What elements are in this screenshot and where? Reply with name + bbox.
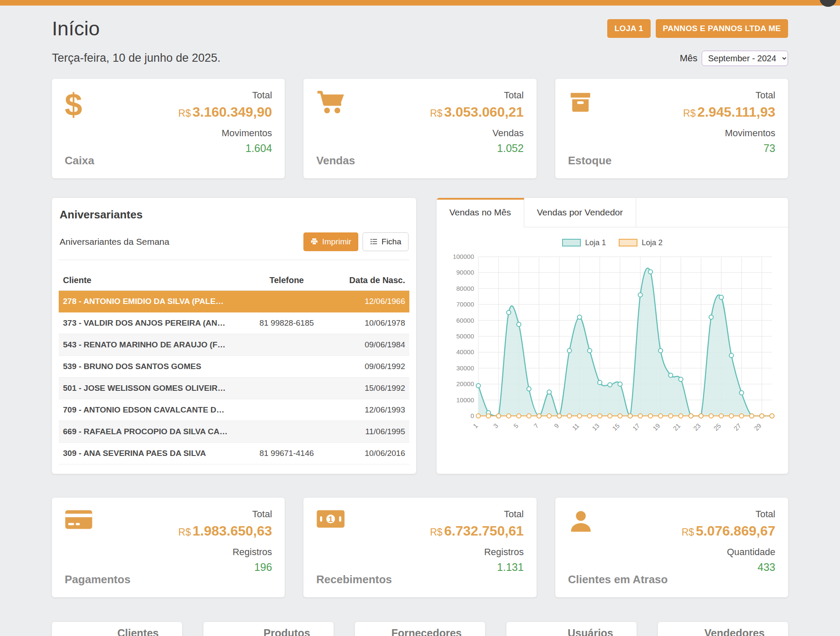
- stat-card: Pagamentos Total R$1.983.650,63 Registro…: [52, 498, 285, 597]
- tabbar-filler: [636, 198, 788, 227]
- total-label: Total: [504, 90, 523, 101]
- birthdate-cell: 15/06/1992: [332, 377, 409, 399]
- total-label: Total: [252, 509, 272, 520]
- stat-card: 1 Recebimentos Total R$6.732.750,61 Regi…: [303, 498, 536, 597]
- total-amount: 6.732.750,61: [444, 523, 524, 539]
- svg-text:50000: 50000: [456, 332, 474, 340]
- phone-cell: [241, 399, 332, 421]
- count-value: 433: [757, 561, 775, 573]
- birthday-row[interactable]: 501 - JOSE WELISSON GOMES OLIVEIR… 15/06…: [59, 377, 409, 399]
- birthday-row[interactable]: 543 - RENATO MARINHO DE ARAUJO (F… 09/06…: [59, 334, 409, 355]
- count-label: Vendas: [492, 128, 523, 139]
- footer-card[interactable]: Produtos: [203, 622, 334, 636]
- count-label: Registros: [484, 547, 524, 558]
- phone-cell: 81 99671-4146: [241, 442, 332, 464]
- stat-card-icon: [316, 90, 355, 126]
- stat-card-icon: $: [65, 90, 94, 126]
- birthdate-cell: 09/06/1992: [332, 355, 409, 377]
- count-value: 1.604: [246, 142, 272, 155]
- header-row: Início LOJA 1 PANNOS E PANNOS LTDA ME: [52, 17, 788, 40]
- footer-card[interactable]: Usuários: [506, 622, 637, 636]
- box-icon: [568, 90, 593, 115]
- total-amount: 3.160.349,90: [192, 104, 272, 120]
- sales-tab-label: Vendas por Vendedor: [537, 207, 623, 217]
- avatar[interactable]: [820, 0, 837, 7]
- svg-text:27: 27: [732, 422, 743, 432]
- store-button[interactable]: LOJA 1: [607, 19, 651, 38]
- print-button[interactable]: Imprimir: [303, 232, 358, 251]
- birthday-row[interactable]: 278 - ANTONIO EMIDIO DA SILVA (PALE… 12/…: [59, 290, 409, 312]
- birthday-row[interactable]: 309 - ANA SEVERINA PAES DA SILVA 81 9967…: [59, 442, 409, 464]
- birthdays-table-header: Cliente Telefone Data de Nasc.: [59, 270, 409, 291]
- svg-text:7: 7: [532, 422, 540, 430]
- phone-cell: [241, 421, 332, 442]
- credit-card-icon: [65, 509, 93, 531]
- month-picker: Mês September - 2024: [680, 51, 788, 66]
- birthday-row[interactable]: 669 - RAFAELA PROCOPIO DA SILVA CA… 11/0…: [59, 421, 409, 442]
- date-row: Terça-feira, 10 de junho de 2025. Mês Se…: [52, 51, 788, 66]
- stat-card-label: Clientes em Atraso: [568, 573, 668, 586]
- total-value: R$6.732.750,61: [430, 523, 523, 539]
- sales-tab[interactable]: Vendas por Vendedor: [524, 198, 636, 227]
- middle-row: Aniversariantes Aniversariantes da Seman…: [52, 198, 788, 474]
- legend-item-loja2[interactable]: Loja 2: [619, 238, 663, 247]
- phone-cell: [241, 334, 332, 355]
- sales-tab[interactable]: Vendas no Mês: [437, 198, 524, 227]
- footer-card[interactable]: Fornecedores: [355, 622, 485, 636]
- footer-card[interactable]: Vendedores: [658, 622, 788, 636]
- sales-chart-card: Vendas no Mês Vendas por Vendedor Loja 1: [437, 198, 788, 474]
- stat-card-left: $ Caixa: [65, 90, 94, 167]
- month-label: Mês: [680, 53, 697, 64]
- total-value: R$1.983.650,63: [178, 523, 272, 539]
- count-label: Quantidade: [727, 547, 775, 558]
- svg-text:100000: 100000: [453, 253, 474, 260]
- total-label: Total: [252, 90, 272, 101]
- svg-text:60000: 60000: [456, 316, 474, 324]
- total-amount: 2.945.111,93: [697, 104, 775, 120]
- stat-card-left: Vendas: [316, 90, 355, 167]
- svg-text:10000: 10000: [456, 396, 474, 403]
- legend-item-loja1[interactable]: Loja 1: [562, 238, 606, 247]
- page-content: Início LOJA 1 PANNOS E PANNOS LTDA ME Te…: [0, 17, 840, 636]
- total-label: Total: [756, 509, 775, 520]
- total-value: R$2.945.111,93: [683, 104, 775, 120]
- birthdate-cell: 10/06/2016: [332, 442, 409, 464]
- count-value: 73: [763, 142, 775, 155]
- print-button-label: Imprimir: [322, 237, 351, 246]
- stat-card-left: Pagamentos: [65, 509, 131, 586]
- loja1-swatch: [562, 239, 581, 246]
- stat-card: $ Caixa Total R$3.160.349,90 Movimentos: [52, 79, 285, 178]
- client-cell: 373 - VALDIR DOS ANJOS PEREIRA (AN…: [59, 312, 241, 334]
- svg-text:1: 1: [329, 514, 333, 523]
- loja2-swatch: [619, 239, 637, 246]
- birthday-row[interactable]: 539 - BRUNO DOS SANTOS GOMES 09/06/1992: [59, 355, 409, 377]
- month-select[interactable]: September - 2024: [702, 51, 788, 66]
- stat-card: Estoque Total R$2.945.111,93 Movimentos …: [555, 79, 788, 178]
- column-telefone: Telefone: [241, 270, 332, 291]
- svg-text:40000: 40000: [456, 348, 474, 355]
- birthdays-subtitle: Aniversariantes da Semana: [60, 237, 169, 247]
- birthday-row[interactable]: 709 - ANTONIO EDSON CAVALCANTE D… 12/06/…: [59, 399, 409, 421]
- stat-card-right: Total R$2.945.111,93 Movimentos 73: [683, 90, 775, 167]
- footer-card-label: Clientes: [52, 627, 159, 636]
- svg-text:5: 5: [512, 422, 520, 430]
- stat-card-label: Vendas: [316, 154, 355, 167]
- footer-card[interactable]: Clientes: [52, 622, 182, 636]
- client-cell: 539 - BRUNO DOS SANTOS GOMES: [59, 355, 241, 377]
- currency-symbol: R$: [430, 527, 442, 538]
- count-label: Movimentos: [222, 128, 272, 139]
- currency-symbol: R$: [178, 108, 191, 119]
- company-button[interactable]: PANNOS E PANNOS LTDA ME: [656, 19, 788, 38]
- header-buttons: LOJA 1 PANNOS E PANNOS LTDA ME: [607, 19, 788, 38]
- person-icon: [568, 509, 594, 534]
- stat-card-left: Estoque: [568, 90, 612, 167]
- birthday-row[interactable]: 373 - VALDIR DOS ANJOS PEREIRA (AN… 81 9…: [59, 312, 409, 334]
- svg-text:29: 29: [753, 422, 763, 432]
- stat-card-right: Total R$6.732.750,61 Registros 1.131: [430, 509, 523, 586]
- total-amount: 1.983.650,63: [192, 523, 272, 539]
- total-label: Total: [504, 509, 523, 520]
- svg-text:70000: 70000: [456, 301, 474, 308]
- column-cliente: Cliente: [59, 270, 241, 291]
- stat-card-label: Caixa: [65, 154, 94, 167]
- ficha-button[interactable]: Ficha: [363, 232, 409, 251]
